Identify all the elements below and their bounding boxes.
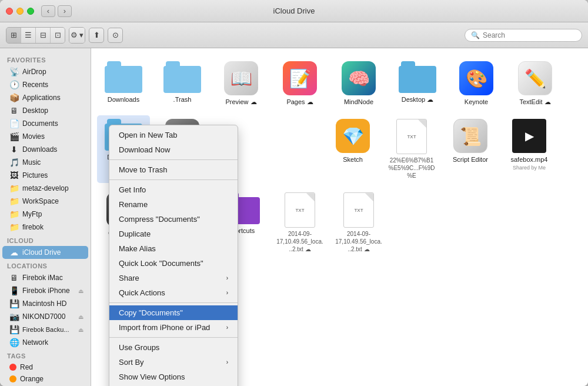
file-item-pages[interactable]: 📝 Pages ☁: [273, 58, 326, 109]
menu-item-make-alias[interactable]: Make Alias: [109, 241, 238, 256]
menu-item-download-now[interactable]: Download Now: [109, 142, 238, 157]
search-input[interactable]: [483, 31, 576, 39]
menu-item-copy-documents[interactable]: Copy "Documents": [109, 305, 238, 320]
sidebar-item-macintosh-hd[interactable]: 💾 Macintosh HD: [2, 297, 88, 310]
sidebar-item-recents[interactable]: 🕐 Recents: [2, 78, 88, 91]
menu-item-use-groups[interactable]: Use Groups: [109, 340, 238, 355]
sidebar-item-firebok-imac[interactable]: 🖥 Firebok iMac: [2, 271, 88, 284]
sidebar-item-label: Network: [22, 338, 48, 347]
submenu-arrow-icon: ›: [226, 275, 228, 281]
share-button[interactable]: ⬆: [89, 28, 104, 43]
menu-item-duplicate[interactable]: Duplicate: [109, 227, 238, 241]
submenu-arrow-icon: ›: [226, 359, 228, 365]
sidebar-item-documents[interactable]: 📄 Documents: [2, 117, 88, 130]
file-item-encoded[interactable]: TXT 22%E6%B7%B1%E5%9C...F%9D%E: [385, 115, 438, 183]
file-item-desktop-folder[interactable]: Desktop ☁: [391, 58, 444, 109]
file-item-downloads[interactable]: Downloads: [97, 58, 150, 109]
sidebar-item-workspace[interactable]: 📁 WorkSpace: [2, 195, 88, 208]
icon-view-btn[interactable]: ⊞: [6, 28, 21, 43]
sidebar-item-firebok-backup[interactable]: 💾 Firebok Backu... ⏏: [2, 323, 88, 336]
close-button[interactable]: [6, 8, 13, 15]
sidebar-item-icloud-drive[interactable]: ☁ iCloud Drive: [2, 246, 88, 259]
menu-item-move-trash[interactable]: Move to Trash: [109, 162, 238, 177]
sidebar-item-firebok[interactable]: 📁 firebok: [2, 221, 88, 234]
tag-orange-icon: [9, 375, 16, 382]
imac-icon: 🖥: [9, 273, 19, 282]
sidebar-item-music[interactable]: 🎵 Music: [2, 156, 88, 169]
sidebar-item-metaz[interactable]: 📁 metaz-develop: [2, 182, 88, 195]
window-title: iCloud Drive: [273, 6, 315, 15]
menu-item-open-new-tab[interactable]: Open in New Tab: [109, 128, 238, 142]
file-item-trash[interactable]: .Trash: [156, 58, 209, 109]
sort-button[interactable]: ⚙ ▾: [69, 28, 85, 43]
sidebar-item-airdrop[interactable]: 📡 AirDrop: [2, 65, 88, 78]
menu-item-quick-actions[interactable]: Quick Actions ›: [109, 285, 238, 300]
sidebar-item-tag-orange[interactable]: Orange: [2, 373, 88, 385]
folder-icon: 📁: [9, 222, 19, 232]
menu-item-get-info[interactable]: Get Info: [109, 182, 238, 197]
sidebar-item-label: Firebok Backu...: [22, 326, 69, 333]
script-editor-icon: 📜: [453, 119, 487, 153]
doc-icon-date2: TXT: [343, 192, 374, 228]
menu-item-quick-look[interactable]: Quick Look "Documents": [109, 256, 238, 271]
file-label: 22%E6%B7%B1%E5%9C...F%9D%E: [387, 157, 436, 179]
gallery-view-btn[interactable]: ⊡: [51, 28, 65, 43]
mindnode-icon: 🧠: [342, 61, 376, 95]
menu-item-show-view-options[interactable]: Show View Options: [109, 370, 238, 384]
iphone-icon: 📱: [9, 286, 19, 295]
eject-icon[interactable]: ⏏: [78, 314, 83, 320]
menu-item-label: Open in New Tab: [119, 131, 178, 139]
sidebar-item-network[interactable]: 🌐 Network: [2, 336, 88, 349]
menu-item-import-iphone[interactable]: Import from iPhone or iPad ›: [109, 320, 238, 335]
file-label: Downloads: [108, 95, 139, 104]
back-button[interactable]: ‹: [41, 5, 55, 17]
sidebar-item-label: metaz-develop: [22, 184, 69, 192]
sidebar-item-label: Pictures: [22, 171, 48, 179]
file-item-safebox[interactable]: ▶ safebox.mp4 Shared by Me: [503, 115, 556, 183]
file-item-preview[interactable]: 📖 Preview ☁: [215, 58, 268, 109]
eject-icon[interactable]: ⏏: [78, 288, 83, 294]
menu-item-share[interactable]: Share ›: [109, 271, 238, 285]
menu-separator: [109, 302, 238, 303]
menu-item-sort-by[interactable]: Sort By ›: [109, 355, 238, 370]
file-label: Sketch: [343, 155, 363, 164]
sidebar-item-label: Movies: [22, 132, 45, 141]
sidebar-item-tag-red[interactable]: Red: [2, 361, 88, 373]
file-item-datefile1[interactable]: TXT 2014-09-17,10.49.56_loca...2.txt ☁: [273, 189, 326, 257]
sidebar-item-desktop[interactable]: 🖥 Desktop: [2, 104, 88, 117]
file-item-mindnode[interactable]: 🧠 MindNode: [332, 58, 385, 109]
file-item-keynote[interactable]: 🎨 Keynote: [450, 58, 503, 109]
tag-button[interactable]: ⊙: [108, 28, 123, 43]
sidebar-item-applications[interactable]: 📦 Applications: [2, 91, 88, 104]
menu-item-compress[interactable]: Compress "Documents": [109, 212, 238, 227]
file-label: Script Editor: [453, 155, 488, 164]
sidebar-locations-label: Locations: [0, 259, 91, 271]
documents-icon: 📄: [9, 119, 19, 128]
shared-badge: Shared by Me: [513, 165, 546, 171]
toolbar: ⊞ ☰ ⊟ ⊡ ⚙ ▾ ⬆ ⊙ 🔍: [0, 22, 588, 48]
sidebar-item-movies[interactable]: 🎬 Movies: [2, 130, 88, 143]
finder-window: ‹ › iCloud Drive ⊞ ☰ ⊟ ⊡ ⚙ ▾ ⬆ ⊙ 🔍 Favor…: [0, 0, 588, 386]
column-view-btn[interactable]: ⊟: [36, 28, 50, 43]
menu-separator: [109, 159, 238, 160]
minimize-button[interactable]: [16, 8, 24, 15]
forward-button[interactable]: ›: [58, 5, 72, 17]
sidebar-item-nikond7000[interactable]: 📷 NIKOND7000 ⏏: [2, 310, 88, 323]
list-view-btn[interactable]: ☰: [21, 28, 35, 43]
backup-icon: 💾: [9, 325, 19, 334]
eject-icon[interactable]: ⏏: [78, 327, 83, 333]
network-icon: 🌐: [9, 338, 19, 347]
file-item-script-editor[interactable]: 📜 Script Editor: [444, 115, 497, 183]
sidebar-item-myftp[interactable]: 📁 MyFtp: [2, 208, 88, 221]
menu-item-rename[interactable]: Rename: [109, 197, 238, 212]
sidebar-item-pictures[interactable]: 🖼 Pictures: [2, 169, 88, 182]
file-item-datefile2[interactable]: TXT 2014-09-17,10.49.56_loca...2.txt ☁: [332, 189, 385, 257]
file-item-sketch[interactable]: 💎 Sketch: [326, 115, 379, 183]
sidebar-item-firebok-iphone[interactable]: 📱 Firebok iPhone ⏏: [2, 284, 88, 297]
movies-icon: 🎬: [9, 132, 19, 141]
sidebar-item-label: Music: [22, 158, 41, 167]
sidebar-item-downloads[interactable]: ⬇ Downloads: [2, 143, 88, 156]
maximize-button[interactable]: [27, 8, 34, 15]
menu-separator: [109, 337, 238, 338]
file-item-textedit[interactable]: ✏️ TextEdit ☁: [509, 58, 562, 109]
